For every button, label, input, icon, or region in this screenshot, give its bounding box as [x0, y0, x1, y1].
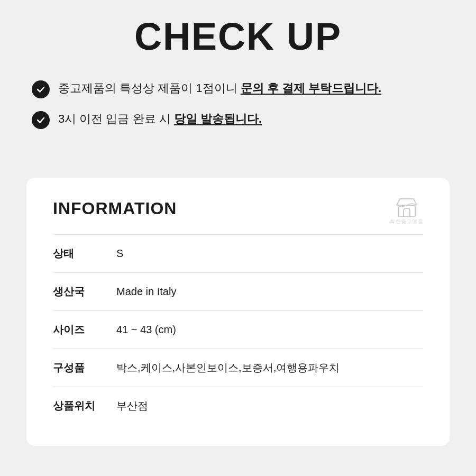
value-location: 부산점: [116, 399, 148, 413]
watermark-label: 착한중고명품: [390, 218, 423, 225]
check-item-2: 3시 이전 입금 완료 시 당일 발송됩니다.: [32, 110, 444, 129]
info-section: INFORMATION 착한중고명품 상태 S 생산국 Made in Ital…: [0, 162, 476, 472]
check-item-1: 중고제품의 특성상 제품이 1점이니 문의 후 결제 부탁드립니다.: [32, 79, 444, 98]
info-row-status: 상태 S: [53, 234, 423, 272]
info-rows: 상태 S 생산국 Made in Italy 사이즈 41 ~ 43 (cm) …: [53, 234, 423, 425]
check-text-2: 3시 이전 입금 완료 시 당일 발송됩니다.: [58, 110, 262, 127]
info-row-location: 상품위치 부산점: [53, 387, 423, 425]
check-text-1: 중고제품의 특성상 제품이 1점이니 문의 후 결제 부탁드립니다.: [58, 79, 381, 97]
info-row-size: 사이즈 41 ~ 43 (cm): [53, 310, 423, 349]
label-status: 상태: [53, 246, 116, 261]
info-row-origin: 생산국 Made in Italy: [53, 272, 423, 310]
info-row-components: 구성품 박스,케이스,사본인보이스,보증서,여행용파우치: [53, 349, 423, 387]
watermark: 착한중고명품: [390, 198, 423, 225]
label-origin: 생산국: [53, 285, 116, 299]
info-card: INFORMATION 착한중고명품 상태 S 생산국 Made in Ital…: [26, 178, 450, 446]
value-origin: Made in Italy: [116, 286, 176, 298]
checkmark-icon-1: [32, 80, 50, 98]
store-icon: [396, 198, 417, 217]
label-location: 상품위치: [53, 399, 116, 413]
top-section: CHECK UP 중고제품의 특성상 제품이 1점이니 문의 후 결제 부탁드립…: [0, 0, 476, 162]
page-title: CHECK UP: [32, 15, 444, 58]
label-components: 구성품: [53, 361, 116, 375]
value-components: 박스,케이스,사본인보이스,보증서,여행용파우치: [116, 361, 340, 375]
value-size: 41 ~ 43 (cm): [116, 324, 176, 336]
label-size: 사이즈: [53, 323, 116, 337]
checkmark-icon-2: [32, 111, 50, 129]
value-status: S: [116, 248, 123, 260]
info-title: INFORMATION: [53, 199, 423, 218]
